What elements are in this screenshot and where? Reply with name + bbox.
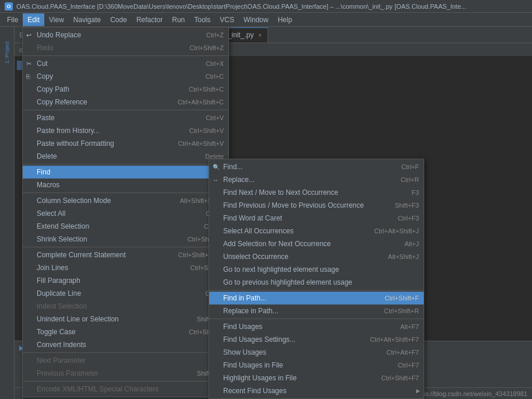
find-select-all-occurrences[interactable]: Select All Occurrences Ctrl+Alt+Shift+J <box>209 225 424 237</box>
find-find-label: Find... <box>223 163 242 171</box>
find-find[interactable]: 🔍 Find... Ctrl+F <box>209 160 424 173</box>
edit-fill-paragraph[interactable]: Fill Paragraph <box>23 274 228 287</box>
edit-convert-indents[interactable]: Convert Indents <box>23 338 228 351</box>
menu-vcs[interactable]: VCS <box>215 13 239 26</box>
menu-run[interactable]: Run <box>167 13 189 26</box>
find-word-shortcut: Ctrl+F3 <box>386 215 419 222</box>
find-goto-prev-highlighted[interactable]: Go to previous highlighted element usage <box>209 276 424 289</box>
find-usages-label: Find Usages <box>223 323 262 331</box>
edit-select-all[interactable]: Select All Ctrl+A <box>23 207 228 220</box>
undo-icon: ↩ <box>26 32 31 39</box>
menu-view[interactable]: View <box>44 13 69 26</box>
add-selection-label: Add Selection for Next Occurrence <box>223 240 331 248</box>
edit-copy-reference[interactable]: Copy Reference Ctrl+Alt+Shift+C <box>23 96 228 108</box>
menu-help[interactable]: Help <box>273 13 297 26</box>
find-replace[interactable]: ↔ Replace... Ctrl+R <box>209 173 424 186</box>
edit-macros[interactable]: Macros <box>23 178 228 191</box>
sep-3 <box>23 164 228 164</box>
macros-label: Macros <box>37 181 59 189</box>
edit-indent-selection[interactable]: Indent Selection Tab <box>23 300 228 313</box>
find-next-occurrence[interactable]: Find Next / Move to Next Occurrence F3 <box>209 186 424 199</box>
find-usages-settings[interactable]: Find Usages Settings... Ctrl+Alt+Shift+F… <box>209 333 424 346</box>
edit-copy[interactable]: ⎘ Copy Ctrl+C <box>23 70 228 83</box>
find-usages-in-file-shortcut: Ctrl+F7 <box>386 362 419 369</box>
edit-shrink-selection[interactable]: Shrink Selection Ctrl+Shift+W <box>23 233 228 246</box>
find-goto-next-highlighted[interactable]: Go to next highlighted element usage <box>209 263 424 276</box>
edit-find[interactable]: Find <box>23 166 228 178</box>
sep-4 <box>23 192 228 193</box>
find-unselect-occurrence[interactable]: Unselect Occurrence Alt+Shift+J <box>209 250 424 263</box>
paste-shortcut: Ctrl+V <box>194 114 224 121</box>
show-usages-shortcut: Ctrl+Alt+F7 <box>375 349 419 356</box>
find-word-at-caret[interactable]: Find Word at Caret Ctrl+F3 <box>209 212 424 225</box>
menu-refactor[interactable]: Refactor <box>132 13 167 26</box>
paste-no-format-label: Paste without Formatting <box>37 139 114 148</box>
highlight-usages-in-file[interactable]: Highlight Usages in File Ctrl+Shift+F7 <box>209 372 424 384</box>
edit-column-mode[interactable]: Column Selection Mode Alt+Shift+Insert <box>23 194 228 207</box>
toggle-case-label: Toggle Case <box>37 328 76 336</box>
find-usages[interactable]: Find Usages Alt+F7 <box>209 320 424 333</box>
shrink-selection-label: Shrink Selection <box>37 235 87 243</box>
edit-join-lines[interactable]: Join Lines Ctrl+Shift+J <box>23 261 228 274</box>
copy-label: Copy <box>37 72 53 80</box>
menu-navigate[interactable]: Navigate <box>69 13 105 26</box>
recent-find-usages[interactable]: Recent Find Usages <box>209 384 424 397</box>
find-replace-shortcut: Ctrl+R <box>389 176 419 183</box>
goto-next-highlighted-label: Go to next highlighted element usage <box>223 265 339 274</box>
find-replace-in-path[interactable]: Replace in Path... Ctrl+Shift+R <box>209 304 424 317</box>
edit-unindent-line[interactable]: Unindent Line or Selection Shift+Tab <box>23 313 228 326</box>
edit-paste-no-format[interactable]: Paste without Formatting Ctrl+Alt+Shift+… <box>23 137 228 150</box>
edit-duplicate-line[interactable]: Duplicate Line Ctrl+D <box>23 287 228 300</box>
convert-indents-label: Convert Indents <box>37 341 86 349</box>
paste-history-label: Paste from History... <box>37 127 100 135</box>
redo-shortcut: Ctrl+Shift+Z <box>178 44 224 51</box>
menu-file[interactable]: File <box>2 13 23 26</box>
copy-path-label: Copy Path <box>37 85 69 93</box>
edit-copy-path[interactable]: Copy Path Ctrl+Shift+C <box>23 83 228 96</box>
menu-edit[interactable]: Edit <box>23 13 44 26</box>
edit-toggle-case[interactable]: Toggle Case Ctrl+Shift+U <box>23 326 228 338</box>
highlight-usages-shortcut: Ctrl+Shift+F7 <box>369 374 419 382</box>
copy-reference-shortcut: Ctrl+Alt+Shift+C <box>166 99 224 106</box>
find-in-path-shortcut: Ctrl+Shift+F <box>373 295 419 302</box>
column-mode-label: Column Selection Mode <box>37 197 111 205</box>
find-add-selection[interactable]: Add Selection for Next Occurrence Alt+J <box>209 237 424 250</box>
edit-redo[interactable]: Redo Ctrl+Shift+Z <box>23 41 228 54</box>
find-replace-icon: ↔ <box>213 177 219 183</box>
edit-paste[interactable]: Paste Ctrl+V <box>23 111 228 124</box>
undo-replace-shortcut: Ctrl+Z <box>195 32 224 38</box>
edit-delete[interactable]: Delete Delete <box>23 150 228 163</box>
edit-extend-selection[interactable]: Extend Selection Ctrl+W <box>23 220 228 233</box>
edit-encode-xml[interactable]: Encode XML/HTML Special Characters <box>23 383 228 396</box>
join-lines-label: Join Lines <box>37 264 68 272</box>
menu-window[interactable]: Window <box>239 13 273 26</box>
find-in-path[interactable]: Find in Path... Ctrl+Shift+F <box>209 292 424 304</box>
edit-prev-param[interactable]: Previous Parameter Shift+Tab <box>23 367 228 380</box>
find-prev-occurrence[interactable]: Find Previous / Move to Previous Occurre… <box>209 199 424 212</box>
menu-code[interactable]: Code <box>105 13 132 26</box>
select-all-label: Select All <box>37 209 65 218</box>
cut-icon: ✂ <box>26 60 31 68</box>
show-usages[interactable]: Show Usages Ctrl+Alt+F7 <box>209 346 424 359</box>
sep-2 <box>23 110 228 110</box>
replace-in-path-shortcut: Ctrl+Shift+R <box>372 307 419 314</box>
menu-tools[interactable]: Tools <box>189 13 215 26</box>
sep-5 <box>23 247 228 247</box>
edit-cut[interactable]: ✂ Cut Ctrl+X <box>23 57 228 70</box>
menu-overlay: ↩ Undo Replace Ctrl+Z Redo Ctrl+Shift+Z … <box>0 27 532 399</box>
extend-selection-label: Extend Selection <box>37 222 89 230</box>
find-usages-in-file[interactable]: Find Usages in File Ctrl+F7 <box>209 359 424 372</box>
edit-next-param[interactable]: Next Parameter Tab <box>23 354 228 367</box>
edit-undo-replace[interactable]: ↩ Undo Replace Ctrl+Z <box>23 29 228 41</box>
copy-path-shortcut: Ctrl+Shift+C <box>177 86 224 93</box>
find-prev-occurrence-label: Find Previous / Move to Previous Occurre… <box>223 201 364 209</box>
find-find-shortcut: Ctrl+F <box>390 163 419 170</box>
copy-shortcut: Ctrl+C <box>194 73 224 80</box>
duplicate-line-label: Duplicate Line <box>37 289 81 298</box>
edit-paste-history[interactable]: Paste from History... Ctrl+Shift+V <box>23 124 228 137</box>
next-param-label: Next Parameter <box>37 356 86 365</box>
paste-label: Paste <box>37 114 55 122</box>
find-sep-1 <box>209 290 424 290</box>
unselect-occurrence-shortcut: Alt+Shift+J <box>376 253 419 260</box>
edit-complete-statement[interactable]: Complete Current Statement Ctrl+Shift+En… <box>23 249 228 261</box>
